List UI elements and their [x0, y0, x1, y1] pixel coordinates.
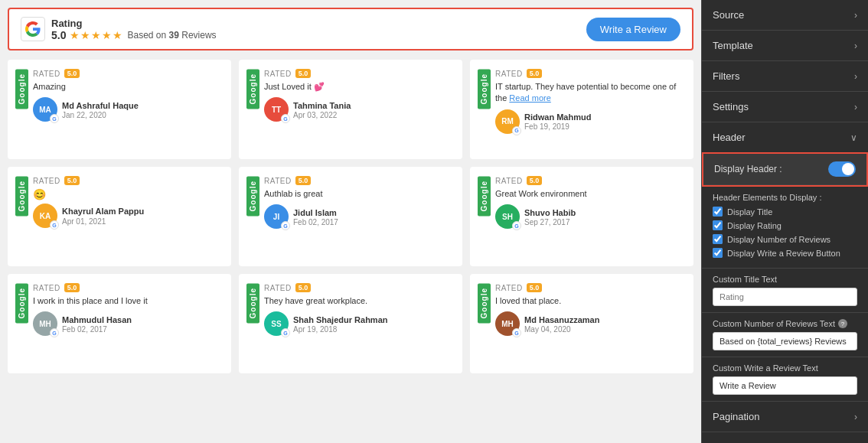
- display-header-toggle[interactable]: [828, 161, 856, 177]
- avatar: MHG: [33, 311, 57, 336]
- review-card: Google RATED 5.0 Great Work environment …: [470, 167, 693, 266]
- google-badge: Google: [15, 283, 28, 323]
- avatar: MHG: [495, 311, 520, 336]
- review-card: Google RATED 5.0 IT startup. They have p…: [470, 60, 693, 159]
- rated-row: RATED 5.0: [264, 283, 455, 292]
- google-mini-icon: G: [512, 221, 521, 230]
- review-content: RATED 5.0 Great Work environment SHG Shu…: [495, 176, 686, 257]
- custom-title-input[interactable]: [713, 288, 857, 306]
- info-icon[interactable]: ?: [838, 319, 847, 328]
- reviewer-info: Tahmina Tania Apr 03, 2022: [293, 100, 351, 119]
- avatar: SHG: [495, 204, 520, 229]
- reviews-text: Based on 39 Reviews: [127, 30, 216, 41]
- google-mini-icon: G: [512, 328, 521, 337]
- source-header[interactable]: Source ›: [702, 0, 868, 30]
- review-card: Google RATED 5.0 😊 KAG Khayrul Alam Papp…: [8, 167, 231, 266]
- checkbox-write-label: Display Write a Review Button: [727, 249, 840, 258]
- review-emoji: 😊: [33, 188, 224, 200]
- reviewer-row: MHG Md Hasanuzzaman May 04, 2020: [495, 311, 686, 336]
- score-number: 5.0: [51, 29, 66, 41]
- toggle-knob: [842, 163, 854, 175]
- avatar: MAG: [33, 97, 57, 122]
- filters-header[interactable]: Filters ›: [702, 61, 868, 91]
- review-card: Google RATED 5.0 They have great workpla…: [239, 274, 462, 373]
- rating-info: Rating 5.0 ★★★★★ Based on 39 Reviews: [51, 18, 217, 41]
- header-elements-title: Header Elements to Display :: [713, 193, 857, 202]
- google-badge: Google: [478, 283, 491, 323]
- reviewer-row: MAG Md Ashraful Haque Jan 22, 2020: [33, 97, 224, 122]
- google-mini-icon: G: [281, 328, 290, 337]
- settings-header[interactable]: Settings ›: [702, 92, 868, 122]
- review-card: Google RATED 5.0 Amazing MAG Md Ashraful…: [8, 60, 231, 159]
- custom-reviews-input[interactable]: [713, 332, 857, 350]
- rated-row: RATED 5.0: [33, 176, 224, 185]
- header-chevron-icon: ∨: [850, 132, 857, 143]
- settings-label: Settings: [713, 101, 749, 112]
- reviewer-row: MHG Mahmudul Hasan Feb 02, 2017: [33, 311, 224, 336]
- review-card: Google RATED 5.0 Authlab is great JIG Ji…: [239, 167, 462, 266]
- header-label: Header: [713, 132, 746, 143]
- write-review-button[interactable]: Write a Review: [586, 18, 680, 41]
- checkbox-rating-input[interactable]: [713, 220, 723, 230]
- review-text: I loved that place.: [495, 295, 686, 307]
- reviewer-row: SSG Shah Shajedur Rahman Apr 19, 2018: [264, 311, 455, 336]
- header-section: Header ∨ Display Header : Header Element…: [702, 122, 868, 402]
- template-header[interactable]: Template ›: [702, 31, 868, 60]
- google-mini-icon: G: [512, 126, 521, 135]
- header-section-header[interactable]: Header ∨: [702, 122, 868, 152]
- google-mini-icon: G: [50, 220, 59, 230]
- google-badge: Google: [478, 69, 491, 109]
- rated-row: RATED 5.0: [495, 176, 686, 185]
- display-header-label: Display Header :: [714, 164, 782, 174]
- pagination-section: Pagination ›: [702, 402, 868, 432]
- review-content: RATED 5.0 IT startup. They have potentia…: [495, 69, 686, 150]
- reviewer-row: TTG Tahmina Tania Apr 03, 2022: [264, 97, 455, 122]
- review-text: Authlab is great: [264, 188, 455, 200]
- source-label: Source: [713, 9, 744, 21]
- reviewer-info: Khayrul Alam Pappu Apr 01, 2021: [62, 206, 144, 225]
- custom-reviews-group: Custom Number of Reviews Text ?: [702, 312, 868, 357]
- review-content: RATED 5.0 I loved that place. MHG Md Has…: [495, 283, 686, 364]
- read-more-link[interactable]: Read more: [509, 93, 550, 103]
- settings-chevron-icon: ›: [854, 102, 857, 112]
- checkbox-reviews-label: Display Number of Reviews: [727, 235, 830, 244]
- checkbox-write-input[interactable]: [713, 248, 723, 258]
- rated-row: RATED 5.0: [264, 69, 455, 78]
- avatar: TTG: [264, 97, 289, 122]
- pagination-chevron-icon: ›: [854, 412, 857, 422]
- left-panel: Rating 5.0 ★★★★★ Based on 39 Reviews Wri…: [0, 0, 701, 443]
- settings-section: Settings ›: [702, 92, 868, 122]
- avatar: KAG: [33, 204, 57, 228]
- reviewer-info: Md Ashraful Haque Jan 22, 2020: [62, 100, 139, 119]
- pagination-header[interactable]: Pagination ›: [702, 402, 868, 432]
- checkbox-rating-label: Display Rating: [727, 221, 782, 230]
- rating-title: Rating: [51, 18, 217, 29]
- filters-label: Filters: [713, 70, 739, 82]
- custom-write-input[interactable]: [713, 376, 857, 395]
- score-row: 5.0 ★★★★★ Based on 39 Reviews: [51, 29, 217, 41]
- checkbox-display-title: Display Title: [713, 207, 857, 217]
- custom-title-label: Custom Title Text: [713, 275, 857, 284]
- display-header-row: Display Header :: [703, 154, 866, 185]
- checkbox-reviews-input[interactable]: [713, 234, 723, 244]
- right-panel: Source › Template › Filters › Settings ›…: [701, 0, 868, 443]
- reviewer-info: Mahmudul Hasan Feb 02, 2017: [62, 314, 132, 334]
- google-mini-icon: G: [50, 328, 59, 337]
- template-section: Template ›: [702, 31, 868, 61]
- google-mini-icon: G: [281, 114, 290, 123]
- header-elements: Header Elements to Display : Display Tit…: [702, 187, 868, 268]
- review-content: RATED 5.0 😊 KAG Khayrul Alam Pappu Apr 0…: [33, 176, 224, 257]
- rated-row: RATED 5.0: [495, 283, 686, 292]
- checkbox-display-rating: Display Rating: [713, 220, 857, 230]
- custom-write-label: Custom Write a Review Text: [713, 363, 857, 373]
- avatar: JIG: [264, 204, 289, 229]
- review-content: RATED 5.0 They have great workplace. SSG…: [264, 283, 455, 364]
- reviews-grid: Google RATED 5.0 Amazing MAG Md Ashraful…: [8, 60, 693, 373]
- checkbox-title-input[interactable]: [713, 207, 723, 217]
- review-text: Amazing: [33, 81, 224, 93]
- rated-row: RATED 5.0: [495, 69, 686, 78]
- google-badge: Google: [15, 69, 28, 109]
- filters-section: Filters ›: [702, 61, 868, 92]
- reviewer-info: Shah Shajedur Rahman Apr 19, 2018: [293, 314, 387, 334]
- rated-row: RATED 5.0: [264, 176, 455, 185]
